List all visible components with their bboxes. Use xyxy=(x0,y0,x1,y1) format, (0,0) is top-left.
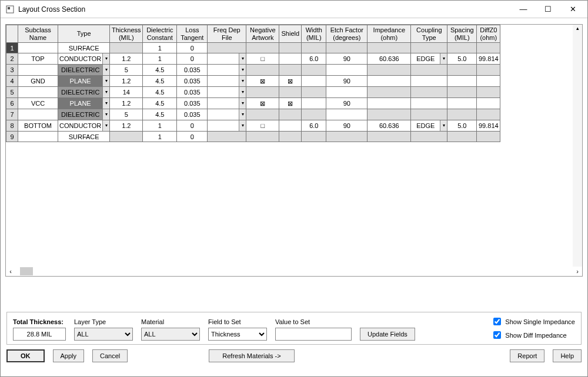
width-cell[interactable]: 6.0 xyxy=(302,53,326,65)
loss-tangent-cell[interactable]: 0.035 xyxy=(177,76,208,87)
impedance-cell[interactable] xyxy=(368,98,411,109)
type-cell[interactable]: SURFACE xyxy=(58,43,110,53)
freq-dep-file-cell[interactable]: ▾ xyxy=(208,98,246,109)
table-row[interactable]: 4GNDPLANE▾1.24.50.035▾⊠⊠90 xyxy=(6,76,500,87)
width-cell[interactable] xyxy=(302,76,326,87)
diffz0-cell[interactable]: 99.814 xyxy=(477,53,500,65)
freq-dep-file-cell[interactable]: ▾ xyxy=(208,120,246,132)
shield-cell[interactable] xyxy=(279,132,302,142)
negative-artwork-cell[interactable] xyxy=(246,132,279,142)
coupling-type-cell[interactable] xyxy=(411,109,447,120)
shield-cell[interactable] xyxy=(279,65,302,76)
dropdown-icon[interactable]: ▾ xyxy=(239,120,246,131)
loss-tangent-cell[interactable]: 0.035 xyxy=(177,109,208,120)
impedance-cell[interactable] xyxy=(368,76,411,87)
shield-cell[interactable]: ⊠ xyxy=(279,76,302,87)
diffz0-cell[interactable] xyxy=(477,109,500,120)
loss-tangent-cell[interactable]: 0 xyxy=(177,53,208,65)
type-cell[interactable]: PLANE▾ xyxy=(58,98,110,109)
type-cell[interactable]: DIELECTRIC▾ xyxy=(58,65,110,76)
table-row[interactable]: 2TOPCONDUCTOR▾1.210▾□6.09060.636EDGE▾5.0… xyxy=(6,53,500,65)
dielectric-constant-cell[interactable]: 4.5 xyxy=(143,109,177,120)
dropdown-icon[interactable]: ▾ xyxy=(239,109,246,120)
table-row[interactable]: 1SURFACE10 xyxy=(6,43,500,53)
spacing-cell[interactable] xyxy=(447,65,477,76)
negative-artwork-cell[interactable]: ⊠ xyxy=(246,76,279,87)
apply-button[interactable]: Apply xyxy=(53,349,85,362)
row-header[interactable]: 5 xyxy=(6,87,18,98)
col-header[interactable] xyxy=(6,25,18,43)
thickness-cell[interactable]: 1.2 xyxy=(110,76,143,87)
etch-factor-cell[interactable]: 90 xyxy=(326,53,368,65)
subclass-name[interactable] xyxy=(18,87,58,98)
stackup-table[interactable]: SubclassNameTypeThickness(MIL)Dielectric… xyxy=(6,25,500,142)
dropdown-icon[interactable]: ▾ xyxy=(102,65,109,75)
dielectric-constant-cell[interactable]: 4.5 xyxy=(143,98,177,109)
col-header[interactable]: DielectricConstant xyxy=(143,25,177,43)
type-cell[interactable]: SURFACE xyxy=(58,132,110,142)
col-header[interactable]: Etch Factor(degrees) xyxy=(326,25,368,43)
dielectric-constant-cell[interactable]: 1 xyxy=(143,132,177,142)
subclass-name[interactable]: BOTTOM xyxy=(18,120,58,132)
spacing-cell[interactable] xyxy=(447,43,477,53)
negative-artwork-cell[interactable]: ⊠ xyxy=(246,98,279,109)
table-row[interactable]: 3DIELECTRIC▾54.50.035▾ xyxy=(6,65,500,76)
col-header[interactable]: DiffZ0(ohm) xyxy=(477,25,500,43)
thickness-cell[interactable] xyxy=(110,132,143,142)
width-cell[interactable] xyxy=(302,87,326,98)
loss-tangent-cell[interactable]: 0 xyxy=(177,43,208,53)
thickness-cell[interactable]: 5 xyxy=(110,65,143,76)
width-cell[interactable] xyxy=(302,109,326,120)
impedance-cell[interactable] xyxy=(368,43,411,53)
impedance-cell[interactable]: 60.636 xyxy=(368,120,411,132)
etch-factor-cell[interactable] xyxy=(326,43,368,53)
dropdown-icon[interactable]: ▾ xyxy=(102,98,109,109)
freq-dep-file-cell[interactable]: ▾ xyxy=(208,109,246,120)
coupling-type-cell[interactable]: EDGE▾ xyxy=(411,53,447,65)
thickness-cell[interactable]: 1.2 xyxy=(110,98,143,109)
show-diff-impedance-checkbox[interactable]: Show Diff Impedance xyxy=(491,329,575,341)
row-header[interactable]: 8 xyxy=(6,120,18,132)
spacing-cell[interactable] xyxy=(447,98,477,109)
spacing-cell[interactable] xyxy=(447,76,477,87)
freq-dep-file-cell[interactable]: ▾ xyxy=(208,65,246,76)
minimize-button[interactable]: — xyxy=(511,1,536,18)
row-header[interactable]: 9 xyxy=(6,132,18,142)
shield-cell[interactable] xyxy=(279,87,302,98)
report-button[interactable]: Report xyxy=(510,349,544,362)
row-header[interactable]: 6 xyxy=(6,98,18,109)
etch-factor-cell[interactable] xyxy=(326,132,368,142)
spacing-cell[interactable]: 5.0 xyxy=(447,120,477,132)
freq-dep-file-cell[interactable] xyxy=(208,43,246,53)
etch-factor-cell[interactable] xyxy=(326,109,368,120)
cancel-button[interactable]: Cancel xyxy=(92,349,128,362)
negative-artwork-cell[interactable]: □ xyxy=(246,120,279,132)
table-row[interactable]: 9SURFACE10 xyxy=(6,132,500,142)
negative-artwork-cell[interactable] xyxy=(246,43,279,53)
dielectric-constant-cell[interactable]: 1 xyxy=(143,53,177,65)
diffz0-cell[interactable] xyxy=(477,132,500,142)
col-header[interactable]: CouplingType xyxy=(411,25,447,43)
loss-tangent-cell[interactable]: 0 xyxy=(177,120,208,132)
subclass-name[interactable] xyxy=(18,43,58,53)
col-header[interactable]: Freq DepFile xyxy=(208,25,246,43)
negative-artwork-cell[interactable]: □ xyxy=(246,53,279,65)
field-to-set-select[interactable]: Thickness xyxy=(208,328,267,341)
dropdown-icon[interactable]: ▾ xyxy=(239,65,246,75)
width-cell[interactable]: 6.0 xyxy=(302,120,326,132)
type-cell[interactable]: CONDUCTOR▾ xyxy=(58,53,110,65)
dropdown-icon[interactable]: ▾ xyxy=(239,98,246,109)
table-row[interactable]: 6VCCPLANE▾1.24.50.035▾⊠⊠90 xyxy=(6,98,500,109)
coupling-type-cell[interactable]: EDGE▾ xyxy=(411,120,447,132)
row-header[interactable]: 1 xyxy=(6,43,18,53)
row-header[interactable]: 7 xyxy=(6,109,18,120)
subclass-name[interactable]: GND xyxy=(18,76,58,87)
coupling-type-cell[interactable] xyxy=(411,76,447,87)
type-cell[interactable]: CONDUCTOR▾ xyxy=(58,120,110,132)
horizontal-scrollbar[interactable]: ‹› xyxy=(6,267,582,276)
shield-cell[interactable] xyxy=(279,53,302,65)
maximize-button[interactable]: ☐ xyxy=(536,1,560,18)
type-cell[interactable]: DIELECTRIC▾ xyxy=(58,109,110,120)
etch-factor-cell[interactable]: 90 xyxy=(326,120,368,132)
impedance-cell[interactable] xyxy=(368,65,411,76)
